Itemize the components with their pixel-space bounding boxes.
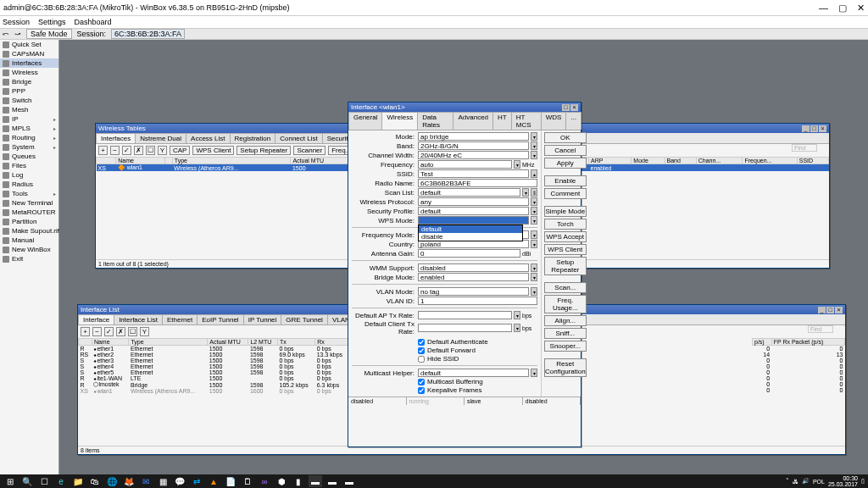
sidebar-item-wireless[interactable]: Wireless: [0, 68, 58, 77]
chevron-down-icon[interactable]: ▾: [514, 311, 520, 319]
col-header[interactable]: Actual MTU: [208, 339, 248, 346]
toolbar-wpsclient-button[interactable]: WPS Client: [192, 146, 234, 155]
tab-accesslist[interactable]: Access List: [186, 133, 230, 143]
chevron-down-icon[interactable]: ▾: [531, 369, 537, 377]
cmd-icon[interactable]: ▮: [292, 475, 305, 487]
simplemode-button[interactable]: Simple Mode: [544, 206, 587, 217]
table-row[interactable]: S⬥ether5Ethernet150015980 bps0 bps: [79, 369, 349, 375]
scan-button[interactable]: Scan...: [544, 282, 587, 293]
wpsclient-button[interactable]: WPS Client: [544, 244, 587, 255]
client-tx-rate-input[interactable]: [418, 324, 512, 332]
find-input[interactable]: Find: [792, 144, 817, 152]
sidebar-item-routing[interactable]: Routing▸: [0, 133, 58, 142]
toolbar-y-button[interactable]: Y: [158, 146, 167, 155]
chevron-down-icon[interactable]: ▾: [531, 273, 537, 281]
tab-eoiptunnel[interactable]: EoIP Tunnel: [197, 314, 243, 324]
table-row[interactable]: 1413: [753, 352, 845, 358]
table-row[interactable]: 00: [753, 387, 845, 393]
notepad-icon[interactable]: 🗒: [241, 475, 254, 487]
tray-lang[interactable]: POL: [813, 479, 825, 485]
chevron-down-icon[interactable]: ▾: [531, 197, 537, 206]
col-header[interactable]: p/s): [753, 339, 772, 346]
vs-icon[interactable]: ∞: [258, 475, 271, 487]
align-button[interactable]: Align...: [544, 315, 587, 326]
table-row[interactable]: R⬥lte1-WANLTE15000 bps0 bps: [79, 375, 349, 381]
chevron-down-icon[interactable]: ▾: [531, 132, 537, 141]
chevron-down-icon[interactable]: ▾: [531, 207, 537, 215]
sidebar-item-mpls[interactable]: MPLS▸: [0, 124, 58, 133]
resetconfiguration-button[interactable]: Reset Configuration: [544, 358, 587, 377]
sidebar-item-capsman[interactable]: CAPsMAN: [0, 49, 58, 58]
table-cell[interactable]: [165, 164, 173, 172]
ssid-input[interactable]: [418, 169, 529, 178]
table-row[interactable]: 00: [753, 363, 845, 369]
table-cell[interactable]: Wireless (Atheros AR9...: [172, 164, 291, 172]
sidebar-item-ip[interactable]: IP▸: [0, 114, 58, 124]
table-cell[interactable]: [632, 164, 665, 172]
toolbar-setuprepeater-button[interactable]: Setup Repeater: [236, 146, 291, 155]
col-header[interactable]: FP Rx Packet (p/s): [771, 339, 844, 346]
chevron-up-icon[interactable]: ▴: [531, 169, 537, 178]
sidebar-item-interfaces[interactable]: Interfaces: [0, 58, 58, 68]
enable-button[interactable]: Enable: [544, 175, 587, 186]
chevron-down-icon[interactable]: ▾: [531, 141, 537, 150]
max-icon[interactable]: □: [826, 307, 834, 313]
tab-wds[interactable]: WDS: [541, 112, 567, 130]
tab-interfaces[interactable]: Interfaces: [96, 133, 136, 143]
back-icon[interactable]: ⤺: [3, 30, 9, 38]
sidebar-item-bridge[interactable]: Bridge: [0, 77, 58, 86]
wps-option-disable[interactable]: disable: [419, 233, 522, 241]
toolbar--button[interactable]: ✗: [134, 146, 143, 155]
toolbar--button[interactable]: ✓: [122, 146, 131, 155]
sidebar-item-makesupoutrif[interactable]: Make Supout.rif: [0, 226, 58, 236]
start-button[interactable]: ⊞: [3, 475, 17, 487]
frequency-combo[interactable]: auto: [418, 160, 512, 169]
col-header[interactable]: ARP: [589, 158, 632, 164]
tab-datarates[interactable]: Data Rates: [417, 112, 453, 130]
close-icon[interactable]: ×: [570, 104, 578, 111]
sidebar-item-newterminal[interactable]: New Terminal: [0, 198, 58, 208]
security-profile-combo[interactable]: default: [418, 207, 529, 215]
table-row[interactable]: S⬥ether4Ethernet150015980 bps0 bps: [79, 363, 349, 369]
apply-button[interactable]: Apply: [544, 158, 587, 169]
wps-mode-combo[interactable]: [418, 216, 529, 225]
table-row[interactable]: S⬥ether3Ethernet150015980 bps0 bps: [79, 358, 349, 363]
app2-icon[interactable]: ▬: [326, 475, 339, 487]
vlan-id-input[interactable]: [418, 297, 537, 305]
band-combo[interactable]: 2GHz-B/G/N: [418, 141, 529, 150]
default-forward-check[interactable]: [418, 347, 425, 354]
table-row[interactable]: 00: [753, 375, 845, 381]
col-header[interactable]: Type: [172, 158, 291, 164]
disable-button[interactable]: ✗: [116, 327, 125, 336]
teamviewer-icon[interactable]: ⇄: [190, 475, 203, 487]
multicast-helper-combo[interactable]: default: [418, 369, 529, 377]
tray-notif-icon[interactable]: ▯: [861, 478, 865, 485]
close-icon[interactable]: ×: [819, 125, 826, 132]
chat-icon[interactable]: 💬: [173, 475, 186, 487]
multicast-buffering-check[interactable]: [418, 379, 425, 385]
tab-nstremedual[interactable]: Nstreme Dual: [135, 133, 186, 143]
col-header[interactable]: [79, 339, 92, 346]
tab-gretunnel[interactable]: GRE Tunnel: [281, 314, 328, 324]
tab-ethernet[interactable]: Ethernet: [162, 314, 198, 324]
vlc-icon[interactable]: ▲: [207, 475, 220, 487]
minimize-icon[interactable]: —: [819, 3, 828, 14]
col-header[interactable]: Tx: [277, 339, 314, 346]
remove-button[interactable]: −: [92, 327, 102, 336]
table-cell[interactable]: 🔶 wlan1: [116, 164, 165, 172]
table-row[interactable]: XS⬥wlan1Wireless (Atheros AR9...15001600…: [79, 388, 349, 394]
enable-button[interactable]: ✓: [104, 327, 114, 336]
toolbar--button[interactable]: +: [98, 146, 108, 155]
sniff-button[interactable]: Sniff...: [544, 328, 587, 339]
frequsage-button[interactable]: Freq. Usage...: [544, 295, 587, 313]
toolbar-cap-button[interactable]: CAP: [170, 146, 190, 155]
table-cell[interactable]: [665, 164, 696, 172]
mode-combo[interactable]: ap bridge: [418, 132, 529, 141]
sidebar-item-exit[interactable]: Exit: [0, 254, 58, 263]
table-row[interactable]: RS⬥ether2Ethernet1500159869.0 kbps13.3 k…: [79, 352, 349, 358]
winbox-icon[interactable]: ▬: [309, 475, 322, 487]
sidebar-item-manual[interactable]: Manual: [0, 236, 58, 245]
forward-icon[interactable]: ⤻: [14, 30, 21, 38]
wpsaccept-button[interactable]: WPS Accept: [544, 231, 587, 242]
explorer-icon[interactable]: 📁: [71, 475, 85, 487]
